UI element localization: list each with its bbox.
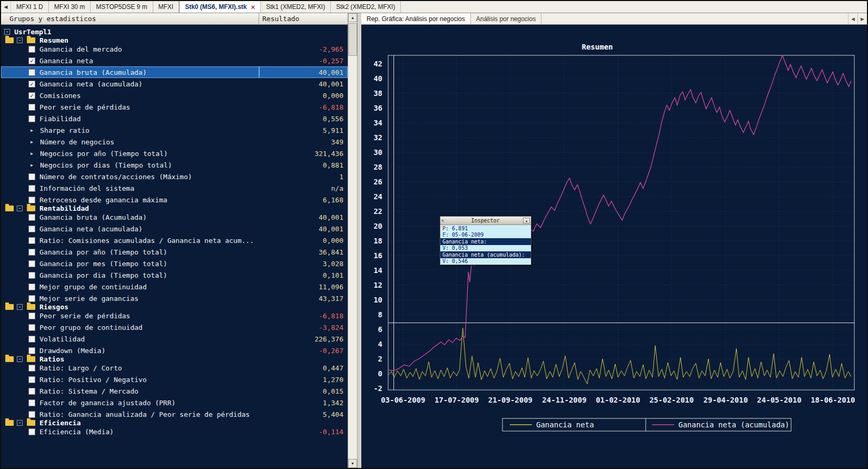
tree-row[interactable]: Ganancia bruta (Acumulada)40,001 [1, 211, 348, 223]
tree-row[interactable]: Ganancia bruta (Acumulada)40,001 [1, 66, 348, 78]
tree-row[interactable]: Información del sisteman/a [1, 182, 348, 194]
checkbox[interactable] [28, 46, 35, 53]
expand-toggle-icon[interactable]: - [17, 356, 23, 362]
expand-toggle-icon[interactable]: - [17, 304, 23, 310]
column-header-result[interactable]: Resultado [259, 13, 348, 24]
tree-row[interactable]: Ganancia por año (Tiempo total)36,841 [1, 246, 348, 258]
tree-row[interactable]: ▶Número de negocios349 [1, 136, 348, 148]
tab-mfxi-30-m[interactable]: MFXI 30 m [49, 1, 91, 13]
tree-row[interactable]: Ratio: Largo / Corto0,447 [1, 362, 348, 374]
series-ganancia-neta-acumulada [388, 56, 851, 371]
checkbox[interactable] [28, 226, 35, 232]
checkbox[interactable] [28, 104, 35, 111]
tree-row[interactable]: Volatilidad226,376 [1, 333, 348, 345]
checkbox[interactable] [28, 237, 35, 244]
checkbox[interactable] [28, 365, 35, 372]
checkbox[interactable] [28, 312, 35, 319]
chart-nav-right-button[interactable]: ▶ [857, 13, 867, 24]
scroll-down-button[interactable]: ▼ [348, 459, 357, 468]
checkbox[interactable] [28, 115, 35, 122]
row-label: Ratio: Largo / Corto [40, 364, 122, 372]
tree-row[interactable]: -Rentabilidad [5, 206, 14, 211]
column-header-groups[interactable]: Grupos y estadisticos [1, 13, 259, 24]
checkbox[interactable] [28, 399, 35, 406]
checkbox[interactable] [28, 260, 35, 267]
tree-scrollbar[interactable]: ▲ ▼ [348, 13, 357, 468]
chart-area[interactable]: Resumen-20246810121416182022242628303234… [361, 25, 867, 468]
checkbox[interactable] [28, 324, 35, 331]
tree-row[interactable]: Ganancia del mercado-2,965 [1, 43, 348, 55]
checkbox[interactable] [28, 284, 35, 290]
tree-row[interactable]: Peor grupo de continuidad-3,824 [1, 321, 348, 333]
tree-row[interactable]: ✓Ganancia neta (acumulada)40,001 [1, 78, 348, 90]
tree-row[interactable]: Ratio: Positivo / Negativo1,270 [1, 374, 348, 385]
checkbox[interactable] [28, 249, 35, 256]
tree-row[interactable]: -Ratios [5, 356, 14, 362]
inspector-rollup-button[interactable]: ▲ [523, 218, 530, 223]
checkbox[interactable] [28, 197, 35, 203]
checkbox[interactable]: ✓ [28, 81, 35, 87]
tree-row[interactable]: ▶Negocios por dias (Tiempo total)0,881 [1, 159, 348, 171]
tree-row[interactable]: -Resumen [5, 37, 14, 43]
inspector-titlebar[interactable]: ✎ Inspector ▲ [440, 217, 531, 225]
tree-row[interactable]: Eficiencia (Media)-0,114 [1, 426, 348, 437]
tab-stk1-xmed2-mfxi[interactable]: Stk1 (XMED2, MFXI) [261, 1, 331, 13]
checkbox[interactable] [28, 214, 35, 221]
checkbox[interactable] [28, 272, 35, 279]
tree-row[interactable]: Ganancia neta (acumulada)40,001 [1, 223, 348, 234]
checkbox[interactable] [28, 69, 35, 76]
tree-row[interactable]: Ganancia por mes (Tiempo total)3,028 [1, 258, 348, 269]
scroll-thumb[interactable] [348, 23, 357, 56]
row-label: Ganancia por año (Tiempo total) [40, 248, 167, 256]
checkbox[interactable] [28, 295, 35, 302]
tree-row[interactable]: Retroceso desde ganancia máxima6,168 [1, 194, 348, 206]
tab-stk0-ms6-mfxi-stk[interactable]: Stk0 (MS6, MFXI).stk× [179, 1, 261, 13]
tree-row[interactable]: -Eficiencia [5, 420, 14, 426]
checkbox[interactable] [28, 428, 35, 435]
expand-toggle-icon[interactable]: - [17, 37, 23, 43]
tree-row[interactable]: ▶Sharpe ratio5,911 [1, 124, 348, 136]
checkbox[interactable] [28, 173, 35, 180]
tree-row[interactable]: Ratio: Ganancia anualizada / Peor serie … [1, 408, 348, 420]
checkbox[interactable] [28, 388, 35, 395]
checkbox[interactable] [28, 411, 35, 418]
tree-row[interactable]: Peor serie de pérdidas-6,818 [1, 310, 348, 321]
checkbox[interactable] [28, 336, 35, 343]
scroll-up-button[interactable]: ▲ [348, 13, 357, 22]
tree-row[interactable]: Fiabilidad0,556 [1, 113, 348, 124]
tree-row[interactable]: ✓Ganancia neta-0,257 [1, 55, 348, 66]
tree-row[interactable]: ✓Comisiones0,000 [1, 90, 348, 101]
expand-toggle-icon[interactable]: - [17, 206, 23, 211]
tree-row[interactable]: Ratio: Comisiones acumuladas / Ganancia … [1, 234, 348, 246]
expand-toggle-icon[interactable]: - [17, 420, 23, 426]
tree-row[interactable]: Mejor grupo de continuidad11,096 [1, 281, 348, 292]
tab-scroll-left-button[interactable]: ◀ [1, 1, 11, 13]
tree-row[interactable]: -Riesgos [5, 304, 14, 310]
tree-row[interactable]: Ratio: Sistema / Mercado0,015 [1, 385, 348, 397]
checkbox[interactable]: ✓ [28, 57, 35, 64]
checkbox[interactable] [28, 185, 35, 192]
checkbox[interactable] [28, 376, 35, 383]
expand-toggle-icon[interactable]: - [4, 29, 10, 35]
tree-row[interactable]: Peor serie de pérdidas-6,818 [1, 101, 348, 113]
panel-splitter[interactable] [357, 13, 361, 468]
chart-nav-left-button[interactable]: ◀ [848, 13, 857, 24]
tree-row[interactable]: Mejor serie de ganancias43,317 [1, 292, 348, 304]
tree-row[interactable]: ▶Negocios por año (Tiempo total)321,436 [1, 148, 348, 159]
tree-row[interactable]: Drawdown (Media)-0,267 [1, 345, 348, 356]
chart-tab-rep-gr-fica-an-lisis-por-negocios[interactable]: Rep. Gráfica: Análisis por negocios [361, 13, 471, 24]
tab-mstop5dse-9-m[interactable]: MSTOP5DSE 9 m [91, 1, 153, 13]
tab-mfxi-1-d[interactable]: MFXI 1 D [11, 1, 49, 13]
tab-mfxi[interactable]: MFXI [153, 1, 180, 13]
tree-row[interactable]: -UsrTempl1 [1, 26, 348, 37]
inspector-window[interactable]: ✎ Inspector ▲ P : 6,891F : 05-06-2009Gan… [440, 216, 531, 265]
chart-svg[interactable]: Resumen-20246810121416182022242628303234… [361, 25, 867, 468]
checkbox[interactable]: ✓ [28, 92, 35, 99]
chart-tab-an-lisis-por-negocios[interactable]: Análisis por negocios [471, 13, 541, 24]
tab-stk2-xmed2-mfxi[interactable]: Stk2 (XMED2, MFXI) [331, 1, 401, 13]
tree-row[interactable]: Factor de ganancia ajustado (PRR)1,342 [1, 397, 348, 408]
tree-row[interactable]: Número de contratos/acciones (Máximo)1 [1, 171, 348, 182]
tree-row[interactable]: Ganancia por dia (Tiempo total)0,101 [1, 269, 348, 281]
checkbox[interactable] [28, 347, 35, 354]
tab-close-icon[interactable]: × [251, 4, 255, 11]
